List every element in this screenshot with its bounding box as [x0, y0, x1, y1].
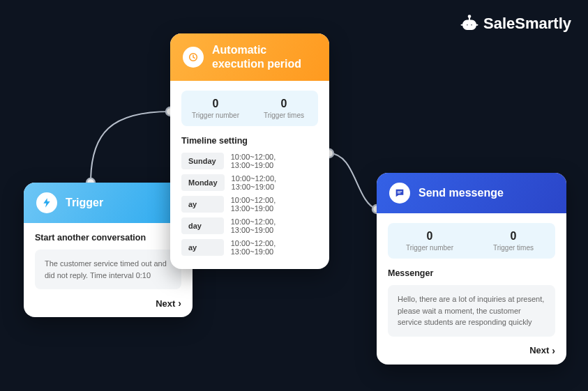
send-channel-title: Messenger [388, 268, 555, 278]
bolt-icon [36, 192, 57, 213]
stat-trigger-times: 0 Trigger times [472, 230, 555, 252]
clock-icon [183, 47, 204, 68]
trigger-header: Trigger [24, 183, 193, 223]
trigger-message: The customer service timed out and did n… [35, 250, 181, 289]
timeline-title: Timeline setting [181, 136, 318, 146]
send-next-button[interactable]: Next › [388, 337, 555, 356]
timeline-row: Sunday10:00~12:00, 13:00~19:00 [181, 153, 318, 169]
chevron-right-icon: › [178, 298, 181, 309]
trigger-title: Trigger [66, 197, 103, 209]
timeline-row: ay10:00~12:00, 13:00~19:00 [181, 196, 318, 213]
svg-rect-10 [398, 192, 401, 193]
auto-title: Automatic execution period [212, 43, 317, 71]
stat-trigger-times: 0 Trigger times [250, 98, 318, 119]
chat-icon [389, 183, 410, 204]
send-stats: 0 Trigger number 0 Trigger times [388, 223, 555, 259]
stat-trigger-number: 0 Trigger number [181, 98, 250, 119]
auto-header: Automatic execution period [170, 33, 329, 81]
trigger-card: Trigger Start another conversation The c… [24, 183, 193, 317]
send-message-card: Send messenge 0 Trigger number 0 Trigger… [377, 173, 566, 365]
timeline-list: Sunday10:00~12:00, 13:00~19:00 Monday10:… [181, 153, 318, 256]
chevron-right-icon: › [552, 345, 555, 356]
trigger-section-title: Start another conversation [35, 233, 181, 243]
svg-rect-9 [398, 191, 402, 192]
trigger-next-button[interactable]: Next › [35, 289, 181, 309]
send-header: Send messenge [377, 173, 566, 213]
timeline-row: ay10:00~12:00, 13:00~19:00 [181, 239, 318, 256]
send-title: Send messenge [419, 187, 504, 199]
send-message-body: Hello, there are a lot of inquiries at p… [388, 285, 555, 337]
timeline-row: day10:00~12:00, 13:00~19:00 [181, 217, 318, 234]
timeline-row: Monday10:00~12:00, 13:00~19:00 [181, 174, 318, 191]
auto-stats: 0 Trigger number 0 Trigger times [181, 91, 318, 126]
auto-execution-card: Automatic execution period 0 Trigger num… [170, 33, 329, 269]
stat-trigger-number: 0 Trigger number [388, 230, 472, 252]
